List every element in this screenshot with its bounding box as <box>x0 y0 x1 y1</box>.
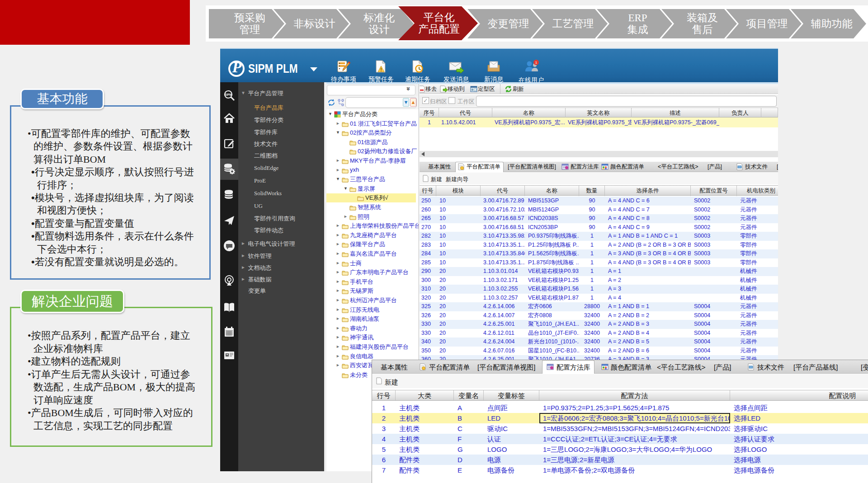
svg-text:1: 1 <box>535 61 538 65</box>
svg-text:SIPM: SIPM <box>225 93 232 96</box>
